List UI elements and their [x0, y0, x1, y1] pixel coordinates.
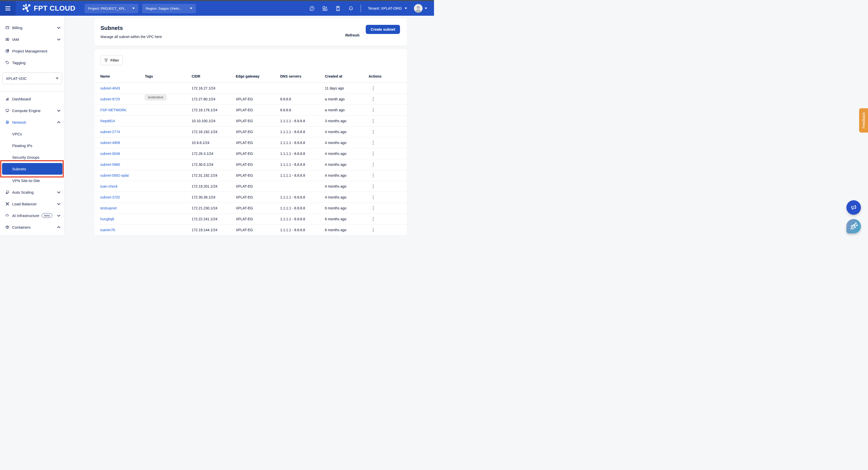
subnet-cidr-cell: 172.26.3.1/24: [192, 152, 236, 156]
sidebar-item-security-groups[interactable]: Security Groups: [0, 152, 64, 163]
subnet-dns-cell: 1.1.1.1 - 8.8.8.8: [280, 130, 325, 134]
hamburger-menu-button[interactable]: [0, 1, 16, 16]
create-subnet-button[interactable]: Create subnet: [366, 25, 400, 34]
subnet-cidr-cell: 172.30.39.1/24: [192, 195, 236, 199]
row-actions-kebab-button[interactable]: [372, 107, 401, 113]
subnet-name-link[interactable]: subnet-3702: [100, 195, 120, 199]
row-actions-kebab-button[interactable]: [372, 216, 401, 222]
subnet-name-link[interactable]: subnet-2774: [100, 130, 120, 134]
chevron-down-icon: [56, 77, 59, 79]
subnet-cidr-cell: 10.10.100.1/24: [192, 119, 236, 123]
sidebar-item-subnets[interactable]: Subnets: [2, 163, 62, 175]
subnet-created-at-cell: a month ago: [325, 97, 369, 101]
subnet-name-link[interactable]: testsupnet: [100, 206, 117, 210]
row-actions-kebab-button[interactable]: [372, 150, 401, 157]
column-header-edge-gateway: Edge gateway: [236, 74, 280, 78]
sidebar-item-dashboard[interactable]: Dashboard: [0, 93, 64, 105]
column-header-actions: Actions: [369, 74, 401, 78]
row-actions-kebab-button[interactable]: [372, 96, 401, 102]
sidebar-item-floating-ips[interactable]: Floating IPs: [0, 140, 64, 152]
navbar-divider: [361, 5, 361, 12]
chevron-down-icon: [425, 8, 427, 9]
page-title: Subnets: [100, 25, 162, 31]
subnet-name-link[interactable]: subnet-9725: [100, 97, 120, 101]
subnet-name-link[interactable]: subnet-0582-xplat: [100, 173, 129, 177]
subnet-created-at-cell: 4 months ago: [325, 184, 369, 188]
sidebar-item-iam[interactable]: IAM: [0, 33, 64, 45]
subnet-created-at-cell: a month ago: [325, 108, 369, 112]
subnet-edge-gateway-cell: XPLAT-EG: [236, 173, 280, 177]
row-actions-kebab-button[interactable]: [372, 129, 401, 135]
table-row: tuantm76 172.19.144.1/24 XPLAT-EG 1.1.1.…: [94, 225, 407, 235]
subnet-created-at-cell: 4 months ago: [325, 173, 369, 177]
subnet-dns-cell: 1.1.1.1 - 8.8.8.8: [280, 141, 325, 145]
sidebar-item-load-balancer[interactable]: Load Balancer: [0, 198, 64, 210]
chevron-down-icon: [57, 202, 60, 205]
subnet-edge-gateway-cell: XPLAT-EG: [236, 119, 280, 123]
fpt-cloud-logo-icon: [21, 3, 31, 14]
row-actions-kebab-button[interactable]: [372, 140, 401, 145]
row-actions-kebab-button[interactable]: [372, 85, 401, 91]
region-dropdown[interactable]: Region: Saigon (Vietn...: [142, 4, 196, 13]
row-actions-kebab-button[interactable]: [372, 194, 401, 200]
column-header-cidr: CIDR: [192, 74, 236, 78]
nodes-icon: [5, 202, 9, 206]
subnet-name-link[interactable]: tuantm76: [100, 228, 115, 232]
sidebar-item-billing[interactable]: Billing: [0, 22, 64, 33]
subnet-name-link[interactable]: FSP-NETWORK: [100, 108, 126, 112]
chevron-up-icon: [57, 121, 60, 125]
subnet-name-link[interactable]: subnet-4043: [100, 86, 120, 90]
sidebar-item-containers[interactable]: Containers: [0, 221, 64, 233]
notifications-icon[interactable]: [348, 5, 354, 11]
table-row: hiepdd14 10.10.100.1/24 XPLAT-EG 1.1.1.1…: [94, 115, 407, 127]
subnet-name-link[interactable]: subnet-5980: [100, 163, 120, 167]
subnet-edge-gateway-cell: XPLAT-EG: [236, 184, 280, 188]
row-actions-kebab-button[interactable]: [372, 118, 401, 124]
subnet-cidr-cell: 172.19.144.1/24: [192, 228, 236, 232]
subnet-name-link[interactable]: hiepdd14: [100, 119, 115, 123]
brand-name: FPT CLOUD: [34, 4, 75, 12]
row-actions-kebab-button[interactable]: [372, 227, 401, 233]
project-dropdown[interactable]: Project: PROJECT_XPL...: [85, 4, 138, 13]
fpt-cloud-logo[interactable]: FPT CLOUD: [21, 3, 75, 14]
help-chat-icon[interactable]: ?: [309, 5, 315, 11]
sidebar-item-project-management[interactable]: Project Management: [0, 45, 64, 57]
chevron-down-icon: [57, 190, 60, 194]
sidebar-item-vpn-site-to-site[interactable]: VPN Site-to-Site: [0, 175, 64, 186]
subnet-name-link[interactable]: hungbq8: [100, 217, 114, 221]
page-subtitle: Manage all subnet within the VPC here: [100, 35, 162, 39]
row-actions-kebab-button[interactable]: [372, 183, 401, 189]
subnet-dns-cell: 1.1.1.1 - 8.8.8.8: [280, 173, 325, 177]
navbar-right-group: ? Tenant: XPLAT-ORG: [309, 4, 434, 13]
subnet-dns-cell: 1.1.1.1 - 8.8.8.8: [280, 228, 325, 232]
sidebar-item-tagging[interactable]: Tagging: [0, 57, 64, 68]
chevron-down-icon: [57, 37, 60, 40]
subnet-name-link[interactable]: subnet-4909: [100, 141, 120, 145]
tenant-dropdown[interactable]: Tenant: XPLAT-ORG: [368, 6, 407, 10]
column-header-name: Name: [100, 74, 145, 78]
user-menu[interactable]: [414, 4, 427, 13]
chevron-down-icon: [132, 8, 135, 9]
subnet-edge-gateway-cell: XPLAT-EG: [236, 206, 280, 210]
subnet-cidr-cell: 172.19.201.1/24: [192, 184, 236, 188]
sidebar-item-network[interactable]: Network: [0, 116, 64, 128]
globe-icon: [5, 120, 9, 125]
grid-icon: [5, 49, 9, 53]
row-actions-kebab-button[interactable]: [372, 205, 401, 211]
docs-icon[interactable]: [335, 5, 341, 11]
sidebar-item-compute-engine[interactable]: Compute Engine: [0, 105, 64, 116]
vdc-selector[interactable]: XPLAT-VDC: [2, 72, 62, 84]
subnet-name-link[interactable]: subnet-0048: [100, 152, 120, 156]
apps-add-icon[interactable]: [322, 5, 328, 11]
filter-button[interactable]: Filter: [100, 56, 123, 65]
main-content: Subnets Manage all subnet within the VPC…: [65, 16, 434, 235]
subnet-dns-cell: 8.8.8.8: [280, 97, 325, 101]
row-actions-kebab-button[interactable]: [372, 172, 401, 178]
sidebar-item-vpcs[interactable]: VPCs: [0, 128, 64, 140]
subnet-name-link[interactable]: tuan-check: [100, 184, 118, 188]
svg-text:?: ?: [311, 7, 313, 10]
refresh-button[interactable]: Refresh: [345, 25, 360, 46]
sidebar-item-ai-infrastructure[interactable]: AI Infrastructure beta: [0, 210, 64, 221]
row-actions-kebab-button[interactable]: [372, 162, 401, 167]
sidebar-item-auto-scaling[interactable]: Auto Scaling: [0, 186, 64, 198]
